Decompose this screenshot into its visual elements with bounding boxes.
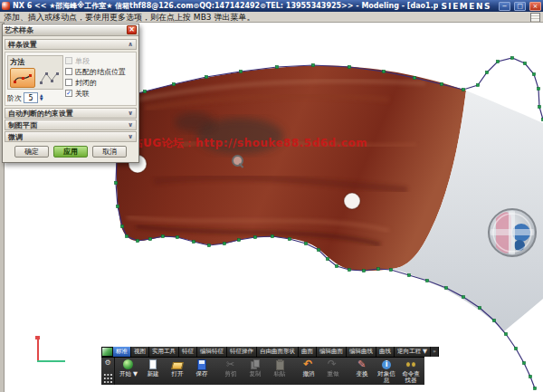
spline-point[interactable] — [413, 76, 415, 79]
checkbox-box-checked[interactable]: ✓ — [65, 90, 72, 97]
toolbar-tab-曲线[interactable]: 曲线 — [376, 347, 395, 357]
toolbar-options-gear-icon[interactable]: ⚙ — [104, 359, 110, 367]
spline-point[interactable] — [125, 234, 128, 237]
section-spline-settings[interactable]: 样条设置 ∧ — [5, 39, 137, 50]
spline-point[interactable] — [304, 242, 307, 244]
spline-point[interactable] — [317, 248, 319, 251]
toolbar-button-command-finder[interactable]: 命令查找器 — [399, 359, 423, 383]
method-through-points-button[interactable] — [10, 68, 35, 88]
spline-point[interactable] — [376, 267, 379, 270]
spline-point[interactable] — [529, 375, 531, 378]
dialog-close-button[interactable]: × — [127, 25, 137, 34]
spline-point[interactable] — [271, 234, 273, 237]
spline-point[interactable] — [510, 56, 513, 59]
toolbar-tab-自由曲面形状[interactable]: 自由曲面形状 — [257, 347, 299, 357]
dialog-rail-icon[interactable] — [530, 13, 540, 23]
toolbar-tab-编辑特征[interactable]: 编辑特征 — [197, 347, 227, 357]
toolbar-tab-编辑曲线[interactable]: 编辑曲线 — [347, 347, 376, 357]
spline-point[interactable] — [389, 268, 392, 271]
spline-point[interactable] — [522, 361, 525, 364]
spline-point[interactable] — [462, 88, 464, 91]
method-by-poles-button[interactable] — [37, 68, 61, 88]
spline-point[interactable] — [288, 237, 291, 240]
spline-point[interactable] — [478, 306, 481, 309]
apply-button[interactable]: 应用 — [53, 146, 88, 158]
spline-point[interactable] — [311, 63, 314, 66]
spline-point[interactable] — [532, 72, 535, 75]
toolbar-grip-icon[interactable] — [101, 347, 113, 357]
spline-point[interactable] — [348, 65, 350, 68]
spline-point[interactable] — [444, 286, 447, 289]
close-button[interactable]: × — [529, 2, 541, 11]
ok-button[interactable]: 确定 — [14, 146, 49, 158]
spline-point[interactable] — [533, 387, 536, 389]
section-inferred-constraints[interactable]: 自动判断的约束设置 ∨ — [5, 108, 137, 119]
toolbar-tab-视图[interactable]: 视图 — [131, 347, 149, 357]
toolbar-tab-特征操作[interactable]: 特征操作 — [227, 347, 257, 357]
toolbar-button-transform[interactable]: 变换 — [350, 359, 374, 378]
toolbar-tab-实用工具[interactable]: 实用工具 — [149, 347, 179, 357]
toolbar-button-start[interactable]: 开始 ▼ — [117, 359, 140, 378]
toolbar-tab-编辑曲面[interactable]: 编辑曲面 — [317, 347, 347, 357]
degree-input[interactable] — [24, 92, 38, 103]
spline-point[interactable] — [514, 347, 517, 349]
spline-point[interactable] — [120, 225, 123, 227]
spline-point[interactable] — [143, 90, 146, 92]
spline-point[interactable] — [148, 237, 151, 240]
spline-point[interactable] — [326, 257, 329, 260]
spline-point[interactable] — [496, 60, 499, 62]
spline-point[interactable] — [538, 105, 540, 108]
checkbox-associative[interactable]: ✓ 关联 — [65, 89, 134, 98]
spline-point[interactable] — [335, 264, 338, 267]
spline-point[interactable] — [440, 82, 443, 85]
toolbar-button-undo[interactable]: 撤消 — [297, 359, 320, 378]
window-titlebar[interactable]: NX 6 << ★邵海峰※工作室★ 信箱thf88@126.com⊙QQ:147… — [0, 0, 543, 12]
spline-point[interactable] — [239, 70, 242, 72]
spline-point[interactable] — [136, 239, 138, 242]
maximize-button[interactable]: □ — [514, 2, 526, 11]
spline-point[interactable] — [223, 242, 225, 244]
toolbar-button-open[interactable]: 打开 — [166, 359, 189, 378]
toolbar-tab-逆向工程[interactable]: 逆向工程 ▼ — [395, 347, 431, 357]
spline-point[interactable] — [476, 83, 479, 86]
spline-point[interactable] — [205, 75, 207, 78]
toolbar-button-object-info[interactable]: 对象信息 — [375, 359, 398, 383]
toolbar-button-new[interactable]: 新建 — [141, 359, 165, 378]
section-drafting-plane[interactable]: 制图平面 ∨ — [5, 120, 137, 130]
spline-point[interactable] — [485, 71, 488, 73]
spline-point[interactable] — [116, 205, 119, 207]
toolbar-tab-标准[interactable]: 标准 — [113, 347, 131, 357]
checkbox-box[interactable] — [65, 68, 72, 75]
spline-point[interactable] — [504, 332, 507, 335]
spline-point[interactable] — [161, 234, 164, 237]
spline-point[interactable] — [492, 319, 495, 321]
dialog-titlebar[interactable]: 艺术样条 × — [3, 24, 138, 36]
spline-point[interactable] — [523, 62, 526, 64]
spline-point[interactable] — [207, 244, 210, 246]
toolbar-overflow-button[interactable]: » — [431, 347, 439, 357]
checkbox-box[interactable] — [65, 79, 72, 86]
section-micro-positioning[interactable]: 微调 ∨ — [5, 131, 137, 142]
spline-point[interactable] — [462, 295, 464, 298]
minimize-button[interactable]: − — [499, 2, 510, 11]
toolbar-tab-特征[interactable]: 特征 — [179, 347, 197, 357]
spline-point[interactable] — [253, 235, 256, 238]
spline-point[interactable] — [114, 181, 117, 184]
spline-point[interactable] — [237, 238, 240, 241]
toolbar-drag-handle[interactable] — [103, 373, 113, 384]
toolbar-button-save[interactable]: 保存 — [190, 359, 214, 378]
spline-point[interactable] — [348, 268, 350, 271]
spline-point[interactable] — [275, 65, 278, 68]
checkbox-closed[interactable]: 封闭的 — [65, 78, 134, 87]
spline-point[interactable] — [362, 269, 365, 272]
spline-point[interactable] — [537, 87, 539, 90]
spline-point[interactable] — [382, 70, 385, 72]
spline-point[interactable] — [192, 240, 195, 243]
spline-point[interactable] — [172, 82, 175, 85]
spline-point[interactable] — [407, 273, 410, 276]
toolbar-tab-曲面[interactable]: 曲面 — [299, 347, 317, 357]
checkbox-matched-knot-position[interactable]: 匹配的结点位置 — [65, 67, 134, 76]
degree-spin-down[interactable]: ▼ — [40, 98, 43, 101]
spline-point[interactable] — [176, 235, 178, 238]
spline-point[interactable] — [425, 279, 428, 282]
